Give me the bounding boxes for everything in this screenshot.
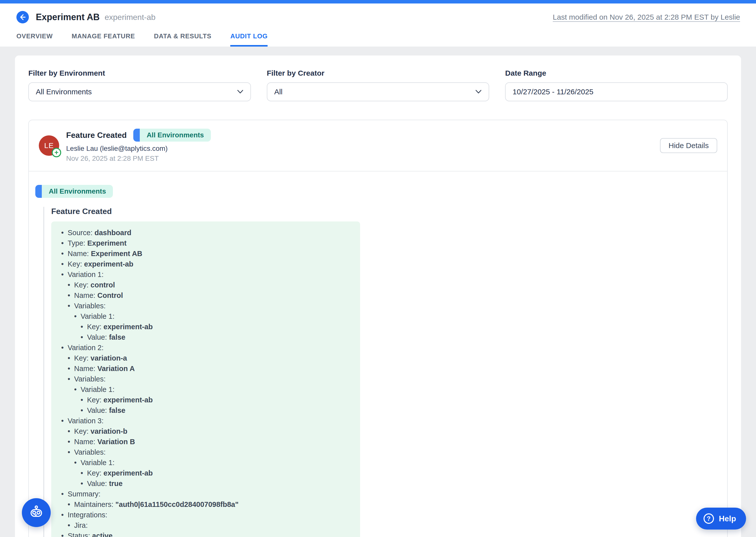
audit-entry-details: All Environments Feature Created Source:…	[29, 172, 727, 537]
date-range-filter: Date Range 10/27/2025 - 11/26/2025	[505, 69, 728, 101]
audit-entry-header: LE + Feature Created All Environments Le…	[29, 120, 727, 171]
detail-heading: Feature Created	[51, 207, 717, 216]
audit-detail-item: Value: true	[51, 478, 352, 489]
detail-environment-badge-label: All Environments	[42, 185, 113, 198]
top-accent-bar	[0, 0, 756, 4]
tab-audit-log[interactable]: AUDIT LOG	[230, 32, 268, 47]
creator-filter-value: All	[274, 88, 283, 96]
question-mark-icon: ?	[703, 514, 714, 524]
audit-detail-item: Variation 1:	[51, 269, 352, 280]
audit-detail-item: Key: experiment-ab	[51, 321, 352, 332]
assistant-robot-button[interactable]	[22, 498, 51, 527]
environment-filter-label: Filter by Environment	[28, 69, 251, 77]
audit-detail-item: Variable 1:	[51, 311, 352, 321]
audit-detail-item: Source: dashboard	[51, 227, 352, 238]
last-modified-link[interactable]: Last modified on Nov 26, 2025 at 2:28 PM…	[553, 13, 740, 21]
tab-overview[interactable]: OVERVIEW	[17, 32, 53, 47]
environment-badge-accent	[133, 129, 140, 142]
audit-detail-item: Variables:	[51, 301, 352, 311]
filters-row: Filter by Environment All Environments F…	[28, 69, 728, 101]
creator-filter-label: Filter by Creator	[267, 69, 489, 77]
audit-entry-timestamp: Nov 26, 2025 at 2:28 PM EST	[66, 154, 211, 162]
audit-log-entry: LE + Feature Created All Environments Le…	[28, 120, 728, 537]
audit-detail-list: Source: dashboardType: ExperimentName: E…	[51, 222, 360, 537]
environment-filter-select[interactable]: All Environments	[28, 82, 251, 101]
audit-detail-item: Summary:	[51, 489, 352, 499]
app-header: Experiment AB experiment-ab Last modifie…	[0, 4, 756, 47]
audit-detail-item: Key: variation-b	[51, 426, 352, 436]
chevron-down-icon	[237, 90, 244, 94]
audit-detail-item: Key: experiment-ab	[51, 468, 352, 478]
audit-detail-item: Integrations:	[51, 510, 352, 520]
audit-entry-info: Feature Created All Environments Leslie …	[66, 129, 211, 162]
plus-icon: +	[52, 148, 61, 157]
environment-filter-value: All Environments	[36, 88, 92, 96]
avatar: LE +	[39, 135, 59, 156]
creator-filter-select[interactable]: All	[267, 82, 489, 101]
audit-detail-item: Jira:	[51, 520, 352, 530]
hide-details-button[interactable]: Hide Details	[660, 138, 717, 153]
help-button-label: Help	[719, 514, 736, 523]
audit-detail-item: Key: variation-a	[51, 353, 352, 363]
environment-filter: Filter by Environment All Environments	[28, 69, 251, 101]
help-button[interactable]: ? Help	[696, 508, 746, 529]
robot-icon	[28, 505, 44, 520]
page-title: Experiment AB	[36, 12, 100, 22]
tab-data-results[interactable]: DATA & RESULTS	[154, 32, 211, 47]
content-card: Filter by Environment All Environments F…	[15, 56, 741, 537]
audit-detail-item: Name: Experiment AB	[51, 248, 352, 259]
audit-detail-item: Variables:	[51, 447, 352, 457]
audit-detail-item: Variable 1:	[51, 384, 352, 395]
audit-detail-item: Type: Experiment	[51, 238, 352, 248]
arrow-left-icon	[19, 14, 26, 21]
tab-manage-feature[interactable]: MANAGE FEATURE	[72, 32, 135, 47]
chevron-down-icon	[475, 90, 482, 94]
audit-entry-title: Feature Created	[66, 131, 127, 140]
creator-filter: Filter by Creator All	[267, 69, 489, 101]
audit-detail-item: Variables:	[51, 374, 352, 384]
date-range-value: 10/27/2025 - 11/26/2025	[512, 88, 593, 96]
page-background: Filter by Environment All Environments F…	[0, 47, 756, 537]
audit-detail-item: Value: false	[51, 332, 352, 343]
detail-environment-badge-accent	[35, 185, 42, 198]
audit-detail-item: Status: active	[51, 530, 352, 537]
detail-block: Feature Created Source: dashboardType: E…	[43, 207, 717, 537]
audit-detail-item: Key: control	[51, 280, 352, 290]
tabs: OVERVIEWMANAGE FEATUREDATA & RESULTSAUDI…	[0, 32, 756, 47]
audit-detail-item: Key: experiment-ab	[51, 259, 352, 269]
audit-detail-item: Value: false	[51, 405, 352, 416]
back-button[interactable]	[17, 11, 29, 23]
audit-detail-item: Variation 2:	[51, 343, 352, 353]
audit-detail-item: Variation 3:	[51, 416, 352, 426]
audit-detail-item: Name: Control	[51, 290, 352, 301]
audit-detail-item: Key: experiment-ab	[51, 395, 352, 405]
detail-environment-badge: All Environments	[35, 185, 113, 198]
date-range-input[interactable]: 10/27/2025 - 11/26/2025	[505, 82, 728, 101]
audit-detail-item: Maintainers: "auth0|61a1150cc0d284007098…	[51, 499, 352, 510]
date-range-label: Date Range	[505, 69, 728, 77]
environment-badge: All Environments	[133, 129, 211, 142]
page-subtitle: experiment-ab	[105, 13, 156, 22]
audit-detail-item: Variable 1:	[51, 457, 352, 468]
audit-entry-author: Leslie Lau (leslie@taplytics.com)	[66, 145, 211, 152]
audit-detail-item: Name: Variation B	[51, 436, 352, 447]
environment-badge-label: All Environments	[140, 129, 211, 142]
audit-detail-item: Name: Variation A	[51, 363, 352, 374]
